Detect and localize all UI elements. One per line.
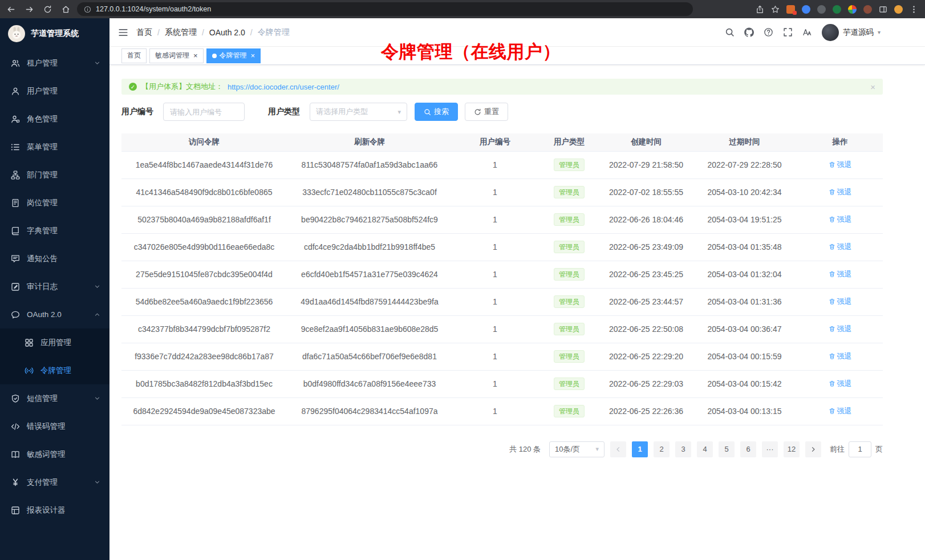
trash-icon (829, 298, 835, 305)
user-id-input[interactable] (163, 103, 245, 121)
pagination-page-3[interactable]: 3 (675, 441, 691, 457)
extension-blue-icon[interactable] (802, 5, 810, 14)
address-bar[interactable]: 127.0.0.1:1024/system/oauth2/token (77, 2, 693, 16)
force-logout-button[interactable]: 强退 (829, 214, 852, 225)
sidebar-item-dept[interactable]: 部门管理 (0, 161, 109, 189)
force-logout-button[interactable]: 强退 (829, 351, 852, 362)
chevron-down-icon (94, 283, 100, 290)
profile-avatar[interactable] (894, 5, 903, 14)
sidebar-item-oauth2-app[interactable]: 应用管理 (0, 328, 109, 356)
force-logout-button[interactable]: 强退 (829, 187, 852, 197)
force-logout-button[interactable]: 强退 (829, 242, 852, 252)
user-type-select[interactable]: 请选择用户类型 ▾ (310, 103, 407, 121)
user-id-cell: 1 (452, 151, 538, 178)
pagination-more-button[interactable]: ··· (762, 441, 778, 457)
reset-button[interactable]: 重置 (465, 103, 508, 121)
help-icon[interactable] (764, 27, 773, 37)
sidebar-item-pay[interactable]: 支付管理 (0, 468, 109, 496)
pagination-prev-button[interactable] (610, 441, 626, 457)
sidebar-item-report-designer[interactable]: 报表设计器 (0, 496, 109, 524)
notification-badge (793, 11, 797, 15)
report-icon (11, 506, 20, 515)
extension-multicolor-icon[interactable] (848, 5, 857, 14)
reload-icon[interactable] (43, 5, 52, 14)
force-logout-button[interactable]: 强退 (829, 324, 852, 334)
bookmark-star-icon[interactable] (771, 5, 780, 14)
home-icon[interactable] (62, 5, 70, 14)
force-logout-button[interactable]: 强退 (829, 269, 852, 279)
tab-close-icon[interactable]: × (251, 52, 255, 59)
sidebar-item-sensitive-word[interactable]: 敏感词管理 (0, 440, 109, 468)
force-logout-button[interactable]: 强退 (829, 406, 852, 416)
sidebar-menu: 租户管理用户管理角色管理菜单管理部门管理岗位管理字典管理通知公告审计日志OAut… (0, 49, 109, 524)
sidebar-item-audit-log[interactable]: 审计日志 (0, 273, 109, 301)
sidebar-item-post[interactable]: 岗位管理 (0, 189, 109, 217)
github-icon[interactable] (744, 27, 754, 37)
search-icon[interactable] (725, 27, 735, 37)
pagination-page-6[interactable]: 6 (740, 441, 756, 457)
breadcrumb-separator: / (157, 28, 160, 37)
sidebar-item-menu[interactable]: 菜单管理 (0, 133, 109, 161)
breadcrumb-item[interactable]: OAuth 2.0 (209, 28, 245, 37)
tab-home[interactable]: 首页 (121, 48, 147, 63)
sidebar-item-oauth2[interactable]: OAuth 2.0 (0, 301, 109, 328)
sidebar: 芋道管理系统 租户管理用户管理角色管理菜单管理部门管理岗位管理字典管理通知公告审… (0, 18, 109, 560)
fullscreen-icon[interactable] (783, 27, 793, 37)
font-size-icon[interactable] (802, 27, 812, 37)
sidebar-item-label: 支付管理 (27, 477, 58, 488)
extension-red-icon[interactable] (863, 5, 872, 14)
goto-page-input[interactable] (849, 441, 871, 457)
action-cell: 强退 (797, 370, 883, 397)
doc-link[interactable]: https://doc.iocoder.cn/user-center/ (228, 83, 339, 91)
sidebar-item-user[interactable]: 用户管理 (0, 77, 109, 105)
create-time-cell: 2022-06-25 22:29:03 (601, 370, 692, 397)
create-time-cell: 2022-06-25 22:29:20 (601, 343, 692, 370)
access-token-cell: 275e5de9151045fe87cbdc395e004f4d (121, 261, 287, 288)
pagination-page-4[interactable]: 4 (697, 441, 713, 457)
breadcrumb-item[interactable]: 首页 (136, 27, 152, 38)
column-header: 用户类型 (538, 133, 601, 151)
page-size-select[interactable]: 10条/页 ▾ (549, 441, 605, 457)
refresh-token-cell: 811c530487574fa0af1a59d3abc1aa66 (287, 151, 452, 178)
sidebar-item-error-code[interactable]: 错误码管理 (0, 412, 109, 440)
sidebar-item-dict[interactable]: 字典管理 (0, 217, 109, 245)
tab-sensitive-word[interactable]: 敏感词管理× (149, 48, 204, 63)
extension-grid-icon[interactable] (786, 5, 795, 14)
sidebar-item-label: 应用管理 (40, 338, 71, 348)
trash-icon (829, 161, 835, 168)
forward-icon[interactable] (25, 5, 34, 14)
column-header: 操作 (797, 133, 883, 151)
extension-green-icon[interactable] (833, 5, 841, 14)
browser-menu-icon[interactable] (910, 5, 918, 14)
breadcrumb-item[interactable]: 系统管理 (165, 27, 197, 38)
tab-close-icon[interactable]: × (193, 52, 198, 59)
sidebar-item-sms[interactable]: 短信管理 (0, 384, 109, 412)
sidebar-item-tenant[interactable]: 租户管理 (0, 49, 109, 77)
sidebar-item-label: 错误码管理 (27, 421, 66, 432)
pagination-page-2[interactable]: 2 (654, 441, 670, 457)
user-menu[interactable]: 芋道源码 ▾ (822, 24, 881, 41)
sidebar-item-role[interactable]: 角色管理 (0, 105, 109, 133)
share-icon[interactable] (756, 5, 764, 14)
pagination-page-5[interactable]: 5 (719, 441, 735, 457)
force-logout-button[interactable]: 强退 (829, 379, 852, 389)
tab-token[interactable]: 令牌管理× (206, 48, 261, 63)
alert-close-icon[interactable]: × (870, 83, 875, 91)
force-logout-button[interactable]: 强退 (829, 160, 852, 170)
sidebar-item-notice[interactable]: 通知公告 (0, 245, 109, 273)
extension-dark-icon[interactable] (817, 5, 826, 14)
column-header: 用户编号 (452, 133, 538, 151)
search-button[interactable]: 搜索 (415, 103, 458, 121)
app-logo[interactable]: 芋道管理系统 (0, 18, 109, 49)
chevron-down-icon: ▾ (878, 29, 881, 35)
force-logout-button[interactable]: 强退 (829, 297, 852, 307)
sidebar-collapse-icon[interactable] (118, 27, 128, 38)
pagination-page-12[interactable]: 12 (784, 441, 800, 457)
badge-icon (11, 198, 20, 208)
split-view-icon[interactable] (879, 5, 887, 14)
back-icon[interactable] (7, 5, 15, 14)
sidebar-item-oauth2-token[interactable]: 令牌管理 (0, 356, 109, 384)
pagination-page-1[interactable]: 1 (632, 441, 648, 457)
pagination-next-button[interactable] (805, 441, 821, 457)
site-info-icon[interactable] (84, 6, 91, 13)
